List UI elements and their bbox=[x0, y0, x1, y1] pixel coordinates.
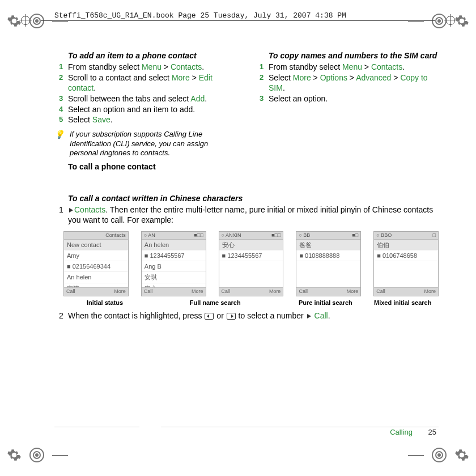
ui-keyword: Menu bbox=[142, 62, 162, 71]
step-number: 2 bbox=[59, 73, 63, 83]
step-list: 1From standby select Menu > Contacts. 2S… bbox=[255, 62, 439, 104]
bullseye-icon bbox=[432, 448, 447, 462]
right-column: To copy names and numbers to the SIM car… bbox=[255, 51, 439, 176]
bar-text: ○ BB bbox=[299, 232, 310, 239]
caption-row: Initial status Full name search Pure ini… bbox=[63, 299, 439, 307]
page-footer: Calling 25 bbox=[390, 428, 436, 436]
bullseye-icon bbox=[29, 448, 44, 462]
lightbulb-icon: 💡 bbox=[54, 130, 64, 158]
list-item: An helen bbox=[64, 272, 128, 283]
step-text: From standby select bbox=[269, 62, 342, 71]
step-text: . bbox=[205, 94, 207, 103]
wide-section: To call a contact written in Chinese cha… bbox=[54, 194, 439, 321]
body-columns: To add an item to a phone contact 1From … bbox=[54, 51, 439, 176]
phone-screenshot: ○ ANXIN■□□ 安心 ■ 1234455567 CallMore bbox=[219, 231, 284, 296]
softkey-left: Call bbox=[66, 288, 75, 295]
step-text: Select bbox=[68, 115, 92, 124]
caption: Pure initial search bbox=[284, 299, 367, 307]
print-mark-bottom-right bbox=[408, 448, 469, 462]
step-number: 3 bbox=[59, 94, 63, 104]
softkey-right: More bbox=[347, 288, 359, 295]
list-item: ■ 0106748658 bbox=[374, 250, 438, 261]
gear-icon bbox=[454, 448, 469, 462]
ui-keyword: Advanced bbox=[356, 73, 391, 82]
list-item: ■ 0108888888 bbox=[296, 250, 360, 261]
step-text: > bbox=[362, 62, 371, 71]
ui-keyword: Contacts bbox=[371, 62, 402, 71]
softkey-left: Call bbox=[376, 288, 385, 295]
softkey-left: Call bbox=[144, 288, 153, 295]
phone-screenshot: ○ AN■□□ An helen ■ 1234455567 Ang B 安琪 安… bbox=[141, 231, 206, 296]
ui-keyword: Save bbox=[92, 115, 110, 124]
bar-text: ○ AN bbox=[144, 232, 155, 239]
footer-rule bbox=[54, 427, 139, 427]
ui-keyword: More bbox=[293, 73, 311, 82]
step-text: From standby select bbox=[68, 62, 142, 71]
list-item: 安心 bbox=[219, 240, 283, 250]
triangle-icon bbox=[69, 208, 73, 212]
step-text: When the contact is highlighted, press bbox=[68, 311, 204, 320]
list-item: 安心 bbox=[142, 283, 206, 288]
list-item: Amy bbox=[64, 250, 128, 261]
softkey-right: More bbox=[269, 288, 281, 295]
page-header-label: Steffi_T658c_UG_R1A_EN.book Page 25 Tues… bbox=[54, 11, 346, 20]
step-text: > bbox=[311, 73, 320, 82]
bar-text: □ bbox=[433, 232, 436, 239]
list-item: ■ 1234455567 bbox=[142, 250, 206, 261]
footer-rule bbox=[161, 427, 439, 427]
crosshair-icon bbox=[19, 14, 32, 27]
step-text: to select a number bbox=[236, 311, 306, 320]
ui-keyword: Call bbox=[314, 311, 328, 320]
list-item: 安琪 bbox=[64, 283, 128, 288]
softkey-right: More bbox=[114, 288, 126, 295]
step-text: . bbox=[202, 62, 204, 71]
ui-keyword: Options bbox=[320, 73, 347, 82]
procedure-heading: To call a contact written in Chinese cha… bbox=[68, 194, 439, 204]
step: 2Select More > Options > Advanced > Copy… bbox=[255, 73, 439, 94]
step: 3Scroll between the tabs and select Add. bbox=[54, 94, 238, 104]
step-number: 4 bbox=[59, 105, 63, 114]
step-text: . bbox=[402, 62, 405, 71]
step-text: Select an option and an item to add. bbox=[68, 105, 195, 114]
step-text: > bbox=[190, 73, 199, 82]
softkey-left: Call bbox=[222, 288, 231, 295]
step-number: 1 bbox=[59, 62, 63, 72]
caption: Full name search bbox=[146, 299, 284, 307]
divider bbox=[41, 20, 435, 21]
list-item: ■ 1234455567 bbox=[219, 250, 283, 261]
step-text: . Then enter the entire multi-letter nam… bbox=[68, 205, 433, 224]
list-item: ■ 02156469344 bbox=[64, 261, 128, 272]
tip-block: 💡 If your subscription supports Calling … bbox=[54, 130, 238, 158]
phone-screenshot: Contacts New contact Amy ■ 02156469344 A… bbox=[63, 231, 129, 296]
step-text: > bbox=[391, 73, 400, 82]
tip-text: If your subscription supports Calling Li… bbox=[70, 130, 238, 158]
step-number: 1 bbox=[260, 62, 264, 72]
list-item: 伯伯 bbox=[374, 240, 438, 250]
bar-text: Contacts bbox=[105, 232, 126, 239]
page-number: 25 bbox=[428, 428, 436, 436]
dpad-left-icon bbox=[205, 313, 214, 320]
list-item: 安琪 bbox=[142, 272, 206, 283]
bar-text: ○ BBO bbox=[376, 232, 392, 239]
step-text: > bbox=[347, 73, 356, 82]
softkey-left: Call bbox=[299, 288, 308, 295]
ui-keyword: Contacts bbox=[74, 205, 105, 214]
step-list: 1From standby select Menu > Contacts. 2S… bbox=[54, 62, 238, 125]
gear-icon bbox=[7, 448, 22, 462]
ui-keyword: More bbox=[172, 73, 190, 82]
page-root: { "header_label": "Steffi_T658c_UG_R1A_E… bbox=[0, 0, 476, 476]
step-number: 3 bbox=[260, 94, 264, 104]
list-item: New contact bbox=[64, 240, 128, 250]
ui-keyword: Menu bbox=[342, 62, 362, 71]
phone-screenshot-row: Contacts New contact Amy ■ 02156469344 A… bbox=[63, 231, 439, 296]
list-item: An helen bbox=[142, 240, 206, 250]
softkey-right: More bbox=[424, 288, 436, 295]
step: 2Scroll to a contact and select More > E… bbox=[54, 73, 238, 94]
procedure-heading: To copy names and numbers to the SIM car… bbox=[269, 51, 439, 61]
procedure-heading: To call a phone contact bbox=[68, 162, 238, 172]
caption: Initial status bbox=[63, 299, 146, 307]
bar-text: ■□ bbox=[352, 232, 358, 239]
dpad-right-icon bbox=[227, 313, 236, 320]
step: 2 When the contact is highlighted, press… bbox=[54, 311, 439, 321]
ui-keyword: Add bbox=[190, 94, 205, 103]
